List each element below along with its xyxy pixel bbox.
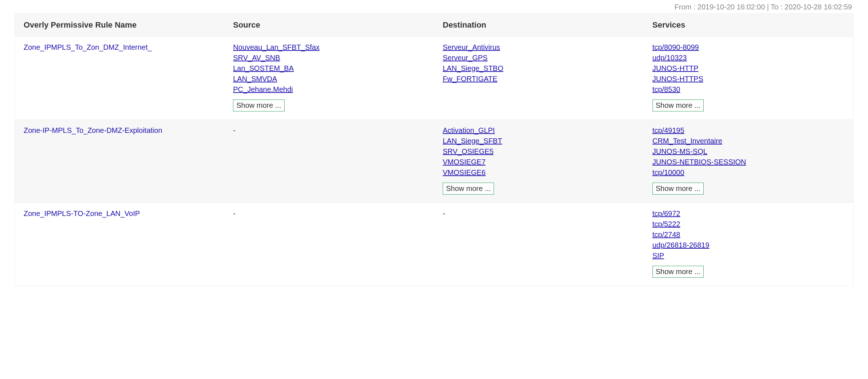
service-link[interactable]: tcp/5222 [652,220,680,228]
list-item: udp/10323 [652,54,844,62]
table-row: Zone_IPMPLS-TO-Zone_LAN_VoIP--tcp/6972tc… [15,203,853,286]
source-link[interactable]: PC_Jehane.Mehdi [233,85,293,93]
list-item: Serveur_Antivirus [443,43,635,52]
service-cell: tcp/49195CRM_Test_InventaireJUNOS-MS-SQL… [644,120,853,203]
service-link[interactable]: JUNOS-MS-SQL [652,147,707,155]
rule-name-cell: Zone-IP-MPLS_To_Zone-DMZ-Exploitation [15,120,225,203]
list-item: Lan_SOSTEM_BA [233,64,425,73]
rule-name[interactable]: Zone-IP-MPLS_To_Zone-DMZ-Exploitation [24,126,162,134]
source-empty: - [233,126,236,134]
list-item: Fw_FORTIGATE [443,75,635,83]
destination-cell: Activation_GLPILAN_Siege_SFBTSRV_OSIEGE5… [434,120,644,203]
service-cell: tcp/8090-8099udp/10323JUNOS-HTTPJUNOS-HT… [644,37,853,120]
column-header-source: Source [224,14,434,37]
list-item: udp/26818-26819 [652,241,844,249]
service-cell: tcp/6972tcp/5222tcp/2748udp/26818-26819S… [644,203,853,286]
service-link[interactable]: JUNOS-HTTPS [652,75,703,83]
service-link[interactable]: tcp/2748 [652,231,680,239]
rule-name[interactable]: Zone_IPMPLS_To_Zon_DMZ_Internet_ [24,43,152,51]
list-item: Serveur_GPS [443,54,635,62]
list-item: tcp/10000 [652,168,844,177]
source-link[interactable]: LAN_SMVDA [233,75,277,83]
destination-link[interactable]: LAN_Siege_STBO [443,64,503,72]
rule-name-cell: Zone_IPMPLS_To_Zon_DMZ_Internet_ [15,37,225,120]
table-row: Zone_IPMPLS_To_Zon_DMZ_Internet_Nouveau_… [15,37,853,120]
show-more-button[interactable]: Show more ... [652,266,704,278]
column-header-rule: Overly Permissive Rule Name [15,14,225,37]
service-link[interactable]: tcp/8090-8099 [652,43,699,51]
service-link[interactable]: JUNOS-NETBIOS-SESSION [652,158,746,166]
list-item: tcp/8530 [652,85,844,94]
service-link[interactable]: tcp/6972 [652,209,680,217]
rule-name[interactable]: Zone_IPMPLS-TO-Zone_LAN_VoIP [24,209,140,217]
list-item: CRM_Test_Inventaire [652,137,844,145]
destination-list: Serveur_AntivirusServeur_GPSLAN_Siege_ST… [443,43,635,83]
list-item: LAN_SMVDA [233,75,425,83]
destination-link[interactable]: SRV_OSIEGE5 [443,147,494,155]
list-item: Activation_GLPI [443,126,635,135]
destination-empty: - [443,209,445,217]
list-item: JUNOS-MS-SQL [652,147,844,156]
service-link[interactable]: udp/26818-26819 [652,241,710,249]
column-header-services: Services [644,14,853,37]
service-list: tcp/6972tcp/5222tcp/2748udp/26818-26819S… [652,209,844,260]
list-item: tcp/5222 [652,220,844,228]
column-header-destination: Destination [434,14,644,37]
list-item: SRV_AV_SNB [233,54,425,62]
service-list: tcp/8090-8099udp/10323JUNOS-HTTPJUNOS-HT… [652,43,844,94]
list-item: tcp/6972 [652,209,844,218]
show-more-button[interactable]: Show more ... [443,183,494,195]
source-cell: Nouveau_Lan_SFBT_SfaxSRV_AV_SNBLan_SOSTE… [224,37,434,120]
destination-cell: - [434,203,644,286]
source-cell: - [224,120,434,203]
source-link[interactable]: SRV_AV_SNB [233,54,280,62]
list-item: JUNOS-HTTPS [652,75,844,83]
destination-cell: Serveur_AntivirusServeur_GPSLAN_Siege_ST… [434,37,644,120]
destination-link[interactable]: VMOSIEGE7 [443,158,486,166]
destination-link[interactable]: Serveur_Antivirus [443,43,500,51]
destination-link[interactable]: Fw_FORTIGATE [443,75,497,83]
service-link[interactable]: CRM_Test_Inventaire [652,137,722,145]
list-item: JUNOS-HTTP [652,64,844,73]
show-more-button[interactable]: Show more ... [652,183,704,195]
permissive-rules-table: Overly Permissive Rule Name Source Desti… [15,13,853,286]
list-item: tcp/8090-8099 [652,43,844,52]
destination-link[interactable]: Serveur_GPS [443,54,487,62]
service-link[interactable]: tcp/8530 [652,85,680,93]
list-item: LAN_Siege_SFBT [443,137,635,145]
destination-link[interactable]: Activation_GLPI [443,126,495,134]
date-range-label: From : 2019-10-20 16:02:00 | To : 2020-1… [15,0,853,13]
list-item: VMOSIEGE6 [443,168,635,177]
list-item: PC_Jehane.Mehdi [233,85,425,94]
list-item: tcp/2748 [652,231,844,239]
list-item: LAN_Siege_STBO [443,64,635,73]
show-more-button[interactable]: Show more ... [652,99,704,111]
service-link[interactable]: tcp/49195 [652,126,684,134]
source-link[interactable]: Nouveau_Lan_SFBT_Sfax [233,43,320,51]
destination-link[interactable]: LAN_Siege_SFBT [443,137,502,145]
list-item: tcp/49195 [652,126,844,135]
rule-name-cell: Zone_IPMPLS-TO-Zone_LAN_VoIP [15,203,225,286]
source-empty: - [233,209,236,217]
table-row: Zone-IP-MPLS_To_Zone-DMZ-Exploitation-Ac… [15,120,853,203]
service-link[interactable]: JUNOS-HTTP [652,64,699,72]
service-list: tcp/49195CRM_Test_InventaireJUNOS-MS-SQL… [652,126,844,177]
show-more-button[interactable]: Show more ... [233,99,284,111]
source-cell: - [224,203,434,286]
list-item: SRV_OSIEGE5 [443,147,635,156]
service-link[interactable]: udp/10323 [652,54,687,62]
destination-link[interactable]: VMOSIEGE6 [443,168,486,176]
source-list: Nouveau_Lan_SFBT_SfaxSRV_AV_SNBLan_SOSTE… [233,43,425,94]
destination-list: Activation_GLPILAN_Siege_SFBTSRV_OSIEGE5… [443,126,635,177]
list-item: Nouveau_Lan_SFBT_Sfax [233,43,425,52]
source-link[interactable]: Lan_SOSTEM_BA [233,64,294,72]
service-link[interactable]: tcp/10000 [652,168,684,176]
service-link[interactable]: SIP [652,252,664,260]
list-item: VMOSIEGE7 [443,158,635,166]
list-item: SIP [652,252,844,260]
list-item: JUNOS-NETBIOS-SESSION [652,158,844,166]
